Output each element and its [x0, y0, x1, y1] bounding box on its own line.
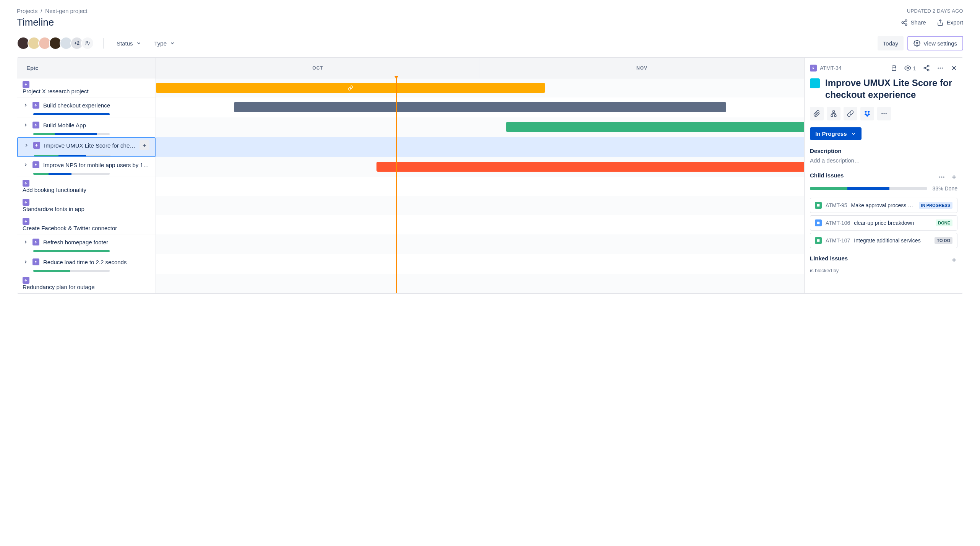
lock-icon[interactable] [891, 65, 897, 72]
child-issue-key[interactable]: ATMT-95 [826, 202, 847, 208]
timeline-bar[interactable] [234, 102, 727, 112]
gantt-row[interactable] [156, 234, 804, 254]
child-issue-row[interactable]: ATMT-107Integrate additional servicesTO … [810, 233, 957, 248]
dropbox-button[interactable] [860, 107, 874, 120]
epic-row[interactable]: Create Facebook & Twitter connector [17, 215, 156, 234]
attach-button[interactable] [810, 107, 824, 120]
type-filter[interactable]: Type [151, 38, 179, 49]
epic-progress-bar [33, 113, 110, 115]
share-icon[interactable] [923, 65, 930, 72]
epic-row[interactable]: Improve NPS for mobile app users by 1… [17, 157, 156, 177]
epic-row[interactable]: Add booking functionality [17, 177, 156, 196]
svg-point-9 [916, 42, 918, 44]
child-issue-summary: clear-up price breakdown [854, 220, 932, 226]
epic-row[interactable]: Reduce load time to 2.2 seconds [17, 254, 156, 274]
epic-icon [810, 65, 817, 72]
chevron-right-icon[interactable] [23, 239, 29, 245]
timeline-bar[interactable] [506, 122, 804, 132]
epic-title: Reduce load time to 2.2 seconds [43, 259, 150, 265]
add-child-epic-button[interactable] [140, 140, 149, 150]
breadcrumb-project[interactable]: Next-gen project [45, 8, 87, 14]
child-issue-status[interactable]: TO DO [935, 237, 952, 244]
svg-point-27 [881, 113, 883, 114]
export-button[interactable]: Export [937, 19, 963, 26]
svg-rect-25 [831, 115, 833, 117]
issue-type-icon [815, 219, 822, 226]
close-icon[interactable] [951, 65, 957, 72]
gantt-row[interactable] [156, 78, 804, 98]
epic-title: Improve NPS for mobile app users by 1… [43, 162, 150, 168]
share-button[interactable]: Share [901, 19, 926, 26]
gantt-row[interactable] [156, 117, 804, 137]
view-settings-button[interactable]: View settings [907, 36, 963, 50]
gantt-row[interactable] [156, 215, 804, 234]
timeline-bar[interactable] [376, 162, 804, 172]
chevron-right-icon[interactable] [23, 143, 29, 148]
epic-progress-bar [33, 250, 110, 252]
link-icon [847, 110, 854, 117]
gantt-row[interactable] [156, 196, 804, 215]
hierarchy-icon [830, 110, 837, 117]
epic-row[interactable]: Refresh homepage footer [17, 234, 156, 254]
epic-row[interactable]: Standardize fonts in app [17, 196, 156, 215]
svg-rect-36 [817, 222, 820, 224]
gantt-row[interactable] [156, 254, 804, 274]
epic-row[interactable]: Redundancy plan for outage [17, 274, 156, 293]
gantt-row[interactable] [156, 177, 804, 196]
dropbox-icon [864, 110, 871, 117]
today-line [396, 78, 397, 293]
gantt-row[interactable] [156, 137, 804, 157]
epic-row[interactable]: Build Mobile App [17, 117, 156, 137]
epic-progress-bar [33, 270, 110, 272]
epic-icon [23, 218, 29, 225]
status-dropdown[interactable]: In Progress [810, 127, 862, 140]
issue-key[interactable]: ATMT-34 [810, 65, 842, 72]
epic-icon [23, 277, 29, 284]
svg-point-29 [886, 113, 887, 114]
link-button[interactable] [844, 107, 857, 120]
epic-title: Improve UMUX Lite Score for che… [44, 142, 136, 149]
more-icon[interactable] [938, 174, 945, 180]
epic-row[interactable]: Improve UMUX Lite Score for che… [17, 137, 156, 157]
watchers-button[interactable]: 1 [904, 65, 916, 72]
issue-title[interactable]: Improve UMUX Lite Score for checkout exp… [825, 77, 957, 101]
svg-point-31 [941, 176, 943, 177]
child-issue-row[interactable]: ATMT-95Make approval process …IN PROGRES… [810, 198, 957, 213]
gantt-row[interactable] [156, 274, 804, 293]
issue-detail-panel: ATMT-34 1 Improve UMUX Lite Score for ch… [804, 58, 963, 293]
svg-point-2 [905, 24, 907, 26]
epic-color-chip[interactable] [810, 78, 820, 88]
gantt-row[interactable] [156, 98, 804, 117]
epic-row[interactable]: Project X research project [17, 78, 156, 98]
today-button[interactable]: Today [878, 36, 904, 50]
more-icon[interactable] [937, 65, 944, 72]
epic-row[interactable]: Build checkout experience [17, 98, 156, 117]
add-person-icon [85, 41, 90, 46]
add-people-button[interactable] [81, 37, 94, 50]
chevron-right-icon[interactable] [23, 102, 29, 108]
child-issue-status[interactable]: IN PROGRESS [919, 202, 952, 209]
timeline-bar[interactable] [156, 83, 545, 93]
link-relation: is blocked by [810, 268, 957, 273]
child-issue-status[interactable]: DONE [936, 219, 952, 226]
svg-rect-26 [834, 115, 836, 117]
link-icon [348, 85, 353, 91]
svg-line-4 [903, 21, 905, 22]
child-issue-row[interactable]: ATMT-106clear-up price breakdownDONE [810, 215, 957, 231]
last-updated-text: UPDATED 2 DAYS AGO [907, 8, 963, 14]
description-field[interactable]: Add a description… [810, 157, 957, 164]
child-issue-key[interactable]: ATMT-106 [826, 220, 850, 226]
chevron-right-icon[interactable] [23, 122, 29, 128]
chevron-down-icon [136, 41, 141, 46]
chevron-right-icon[interactable] [23, 259, 29, 265]
more-actions-button[interactable] [877, 107, 891, 120]
plus-icon[interactable] [951, 174, 957, 180]
epic-title: Add booking functionality [23, 187, 86, 193]
gantt-row[interactable] [156, 157, 804, 177]
plus-icon[interactable] [951, 257, 957, 263]
status-filter[interactable]: Status [113, 38, 145, 49]
child-issue-key[interactable]: ATMT-107 [826, 237, 850, 244]
add-child-button[interactable] [827, 107, 840, 120]
breadcrumb-projects[interactable]: Projects [17, 8, 37, 14]
chevron-right-icon[interactable] [23, 162, 29, 167]
